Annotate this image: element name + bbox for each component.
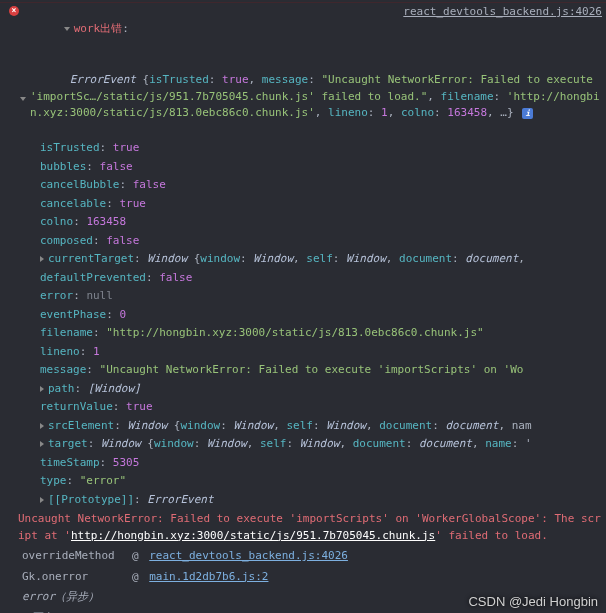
expand-object-icon[interactable] xyxy=(20,97,26,101)
info-icon[interactable]: i xyxy=(522,108,533,119)
chevron-right-icon[interactable] xyxy=(40,386,44,392)
prop-isTrusted[interactable]: isTrusted: true xyxy=(0,139,606,158)
prop-currentTarget[interactable]: currentTarget: Window {window: Window, s… xyxy=(0,250,606,269)
prop-filename[interactable]: filename: "http://hongbin.xyz:3000/stati… xyxy=(0,324,606,343)
prop-returnValue[interactable]: returnValue: true xyxy=(0,398,606,417)
source-link[interactable]: react_devtools_backend.js:4026 xyxy=(395,4,602,21)
object-summary: ErrorEvent {isTrusted: true, message: "U… xyxy=(30,56,602,139)
stack-function: （匿名） xyxy=(22,610,132,614)
prop-composed[interactable]: composed: false xyxy=(0,232,606,251)
prop-target[interactable]: target: Window {window: Window, self: Wi… xyxy=(0,435,606,454)
stack-location[interactable]: @ main.1d2db7b6.js:2 xyxy=(132,610,268,614)
prop-lineno[interactable]: lineno: 1 xyxy=(0,343,606,362)
chevron-right-icon[interactable] xyxy=(40,256,44,262)
stack-function: error（异步） xyxy=(22,589,132,606)
prop-bubbles[interactable]: bubbles: false xyxy=(0,158,606,177)
stack-function: overrideMethod xyxy=(22,548,132,565)
object-summary-row[interactable]: ErrorEvent {isTrusted: true, message: "U… xyxy=(0,55,606,140)
prop-srcElement[interactable]: srcElement: Window {window: Window, self… xyxy=(0,417,606,436)
watermark: CSDN @Jedi Hongbin xyxy=(468,594,598,609)
prop-type[interactable]: type: "error" xyxy=(0,472,606,491)
error-message-text[interactable]: Uncaught NetworkError: Failed to execute… xyxy=(18,511,602,544)
stack-location[interactable]: @ react_devtools_backend.js:4026 xyxy=(132,548,348,565)
chevron-right-icon[interactable] xyxy=(40,423,44,429)
prop-eventPhase[interactable]: eventPhase: 0 xyxy=(0,306,606,325)
prop-message[interactable]: message: "Uncaught NetworkError: Failed … xyxy=(0,361,606,380)
stack-location[interactable]: @ main.1d2db7b6.js:2 xyxy=(132,569,268,586)
chevron-right-icon[interactable] xyxy=(40,497,44,503)
console-panel: × work出错: react_devtools_backend.js:4026… xyxy=(0,0,606,613)
error-url-link[interactable]: http://hongbin.xyz:3000/static/js/951.7b… xyxy=(71,529,435,542)
console-error-row[interactable]: × work出错: react_devtools_backend.js:4026 xyxy=(0,2,606,55)
error-badge: × xyxy=(4,4,24,16)
prop-cancelBubble[interactable]: cancelBubble: false xyxy=(0,176,606,195)
prop-prototype[interactable]: [[Prototype]]: ErrorEvent xyxy=(0,491,606,510)
prop-cancelable[interactable]: cancelable: true xyxy=(0,195,606,214)
error-header[interactable]: work出错: xyxy=(24,4,395,54)
stack-function: Gk.onerror xyxy=(22,569,132,586)
error-icon: × xyxy=(9,6,19,16)
stack-frame[interactable]: overrideMethod@ react_devtools_backend.j… xyxy=(18,546,606,567)
prop-error[interactable]: error: null xyxy=(0,287,606,306)
prop-timeStamp[interactable]: timeStamp: 5305 xyxy=(0,454,606,473)
expand-toggle-icon[interactable] xyxy=(64,27,70,31)
prop-path[interactable]: path: [Window] xyxy=(0,380,606,399)
stack-frame[interactable]: Gk.onerror@ main.1d2db7b6.js:2 xyxy=(18,567,606,588)
error-title: work出错 xyxy=(74,22,123,35)
chevron-right-icon[interactable] xyxy=(40,441,44,447)
prop-defaultPrevented[interactable]: defaultPrevented: false xyxy=(0,269,606,288)
prop-colno[interactable]: colno: 163458 xyxy=(0,213,606,232)
